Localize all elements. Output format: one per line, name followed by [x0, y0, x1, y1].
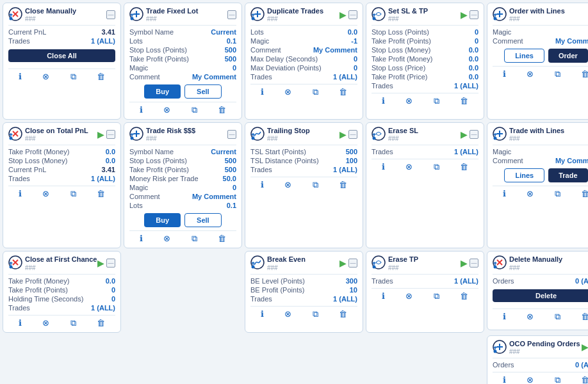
tfl-settings-icon[interactable]: ⊗ — [163, 105, 170, 115]
sltp-arrow-icon[interactable]: ▶ — [461, 10, 467, 20]
cafc-minimize[interactable]: — — [106, 259, 115, 268]
dm-copy-icon[interactable]: ⧉ — [555, 312, 560, 322]
oco-copy-icon[interactable]: ⧉ — [555, 375, 560, 384]
owl-lines-button[interactable]: Lines — [504, 49, 544, 63]
tr-copy-icon[interactable]: ⧉ — [192, 234, 197, 244]
oco-title-block: OCO Pending Orders ### — [509, 340, 580, 355]
esl-arrow-icon[interactable]: ▶ — [461, 130, 467, 140]
oco-settings-icon[interactable]: ⊗ — [527, 375, 534, 384]
tr-footer: ℹ ⊗ ⧉ 🗑 — [129, 230, 236, 244]
delete-button[interactable]: Delete — [493, 289, 588, 302]
etp-arrow-icon[interactable]: ▶ — [461, 259, 467, 268]
tr-info-icon[interactable]: ℹ — [140, 234, 143, 244]
dt-settings-icon[interactable]: ⊗ — [284, 87, 291, 97]
be-settings-icon[interactable]: ⊗ — [284, 309, 291, 319]
tr-sell-button[interactable]: Sell — [184, 213, 222, 227]
twl-settings-icon[interactable]: ⊗ — [527, 189, 534, 199]
be-info-icon[interactable]: ℹ — [261, 309, 264, 319]
etp-copy-icon[interactable]: ⧉ — [434, 291, 439, 301]
be-arrow-icon[interactable]: ▶ — [339, 259, 346, 268]
cafc-info-icon[interactable]: ℹ — [19, 318, 22, 328]
cotpnl-minimize[interactable]: — — [106, 130, 115, 139]
ts-settings-icon[interactable]: ⊗ — [284, 180, 291, 190]
oco-delete-icon[interactable]: 🗑 — [581, 375, 588, 384]
trade-fixed-lot-minimize[interactable]: — — [227, 10, 236, 19]
twl-copy-icon[interactable]: ⧉ — [555, 189, 560, 199]
dt-lots-row: Lots 0.0 — [250, 28, 357, 36]
etp-settings-icon[interactable]: ⊗ — [405, 291, 412, 301]
owl-order-button[interactable]: Order — [548, 49, 588, 63]
ts-copy-icon[interactable]: ⧉ — [313, 180, 318, 190]
info-icon[interactable]: ℹ — [19, 72, 22, 82]
owl-delete-icon[interactable]: 🗑 — [581, 69, 588, 79]
dm-info-icon[interactable]: ℹ — [503, 312, 506, 322]
esl-copy-icon[interactable]: ⧉ — [434, 162, 439, 172]
sltp-info-icon[interactable]: ℹ — [382, 96, 385, 106]
sltp-tp-money-value: 0.0 — [469, 55, 478, 63]
dm-settings-icon[interactable]: ⊗ — [527, 312, 534, 322]
be-copy-icon[interactable]: ⧉ — [313, 309, 318, 319]
tr-lots-label: Lots — [129, 202, 143, 209]
sltp-minimize[interactable]: — — [470, 10, 478, 19]
tr-buy-button[interactable]: Buy — [144, 213, 181, 227]
svg-point-41 — [252, 137, 255, 140]
tfl-buy-button[interactable]: Buy — [144, 84, 181, 99]
etp-minimize[interactable]: — — [470, 259, 478, 268]
esl-minimize[interactable]: — — [470, 130, 478, 139]
cotpnl-info-icon[interactable]: ℹ — [19, 189, 22, 199]
tr-minimize[interactable]: — — [227, 130, 236, 139]
dt-minimize[interactable]: — — [348, 10, 357, 19]
svg-point-9 — [131, 17, 134, 20]
owl-copy-icon[interactable]: ⧉ — [555, 69, 560, 79]
ts-delete-icon[interactable]: 🗑 — [339, 180, 347, 190]
dm-title-block: Delete Manually ### — [509, 255, 562, 271]
sltp-settings-icon[interactable]: ⊗ — [405, 96, 412, 106]
ts-arrow-icon[interactable]: ▶ — [339, 130, 346, 140]
dt-copy-icon[interactable]: ⧉ — [313, 87, 318, 97]
close-manually-minimize[interactable]: — — [106, 10, 115, 19]
oco-arrow-icon[interactable]: ▶ — [582, 342, 588, 352]
esl-delete-icon[interactable]: 🗑 — [460, 162, 468, 172]
etp-delete-icon[interactable]: 🗑 — [460, 291, 468, 301]
ts-subtitle: ### — [267, 135, 310, 142]
cafc-copy-icon[interactable]: ⧉ — [70, 318, 76, 328]
twl-info-icon[interactable]: ℹ — [503, 189, 506, 199]
owl-info-icon[interactable]: ℹ — [503, 69, 506, 79]
be-minimize[interactable]: — — [348, 259, 357, 268]
cotpnl-arrow-icon[interactable]: ▶ — [97, 130, 104, 140]
settings-icon[interactable]: ⊗ — [42, 72, 49, 82]
tfl-delete-icon[interactable]: 🗑 — [218, 105, 226, 115]
owl-settings-icon[interactable]: ⊗ — [527, 69, 534, 79]
sltp-delete-icon[interactable]: 🗑 — [460, 96, 468, 106]
twl-delete-icon[interactable]: 🗑 — [581, 189, 588, 199]
ts-minimize[interactable]: — — [348, 130, 357, 139]
sltp-copy-icon[interactable]: ⧉ — [434, 96, 439, 106]
dt-info-icon[interactable]: ℹ — [261, 87, 264, 97]
ts-info-icon[interactable]: ℹ — [261, 180, 264, 190]
oco-header-right: ▶ — — [582, 342, 588, 352]
oco-info-icon[interactable]: ℹ — [503, 375, 506, 384]
cafc-arrow-icon[interactable]: ▶ — [97, 259, 104, 268]
dt-arrow-icon[interactable]: ▶ — [339, 10, 346, 20]
dm-delete-icon[interactable]: 🗑 — [581, 312, 588, 322]
tfl-copy-icon[interactable]: ⧉ — [192, 105, 197, 115]
cotpnl-delete-icon[interactable]: 🗑 — [97, 189, 105, 199]
cotpnl-settings-icon[interactable]: ⊗ — [42, 189, 49, 199]
esl-info-icon[interactable]: ℹ — [382, 162, 385, 172]
twl-lines-button[interactable]: Lines — [504, 168, 544, 182]
tfl-sell-button[interactable]: Sell — [184, 84, 222, 99]
cotpnl-copy-icon[interactable]: ⧉ — [70, 189, 76, 199]
copy-icon[interactable]: ⧉ — [70, 72, 76, 82]
tr-settings-icon[interactable]: ⊗ — [163, 234, 170, 244]
be-delete-icon[interactable]: 🗑 — [339, 309, 347, 319]
tfl-info-icon[interactable]: ℹ — [140, 105, 143, 115]
tr-delete-icon[interactable]: 🗑 — [218, 234, 226, 244]
twl-trade-button[interactable]: Trade — [548, 168, 587, 182]
delete-icon[interactable]: 🗑 — [97, 72, 105, 82]
close-all-button[interactable]: Close All — [8, 49, 115, 62]
dt-delete-icon[interactable]: 🗑 — [339, 87, 347, 97]
esl-settings-icon[interactable]: ⊗ — [405, 162, 412, 172]
etp-info-icon[interactable]: ℹ — [382, 291, 385, 301]
cafc-settings-icon[interactable]: ⊗ — [42, 318, 49, 328]
cafc-delete-icon[interactable]: 🗑 — [97, 318, 105, 328]
